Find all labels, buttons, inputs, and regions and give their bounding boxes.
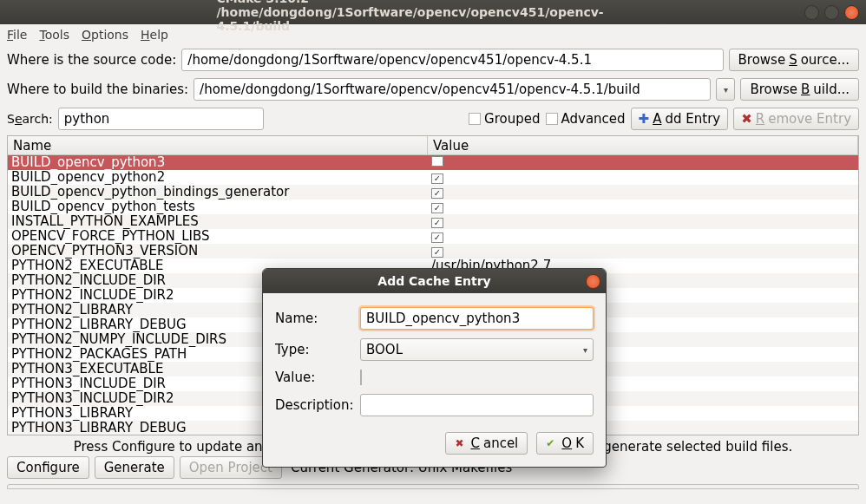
table-row[interactable]: BUILD_opencv_python_tests bbox=[8, 200, 858, 214]
dialog-name-input[interactable] bbox=[360, 307, 594, 330]
maximize-icon[interactable] bbox=[824, 5, 839, 20]
source-row: Where is the source code: Browse Source.… bbox=[0, 45, 866, 75]
cell-checkbox[interactable] bbox=[431, 156, 443, 167]
cell-value[interactable] bbox=[428, 155, 858, 170]
dialog-ok-button[interactable]: OK bbox=[536, 432, 594, 455]
cell-value[interactable] bbox=[428, 200, 858, 214]
search-input[interactable] bbox=[58, 108, 265, 130]
window-titlebar: CMake 3.10.2 - /home/dongdong/1Sorftware… bbox=[0, 0, 866, 24]
minimize-icon[interactable] bbox=[804, 5, 819, 20]
cell-value[interactable] bbox=[428, 229, 858, 244]
table-row[interactable]: BUILD_opencv_python_bindings_generator bbox=[8, 185, 858, 200]
dialog-description-input[interactable] bbox=[360, 394, 594, 416]
build-label: Where to build the binaries: bbox=[7, 82, 188, 97]
table-row[interactable]: BUILD_opencv_python3 bbox=[8, 155, 858, 170]
cell-checkbox[interactable] bbox=[431, 232, 443, 243]
menu-help[interactable]: Help bbox=[141, 28, 168, 42]
dialog-value-checkbox[interactable] bbox=[360, 370, 362, 385]
cell-value[interactable] bbox=[428, 170, 858, 185]
build-history-dropdown[interactable]: ▾ bbox=[716, 78, 735, 101]
dialog-cancel-button[interactable]: Cancel bbox=[445, 432, 528, 455]
source-input[interactable] bbox=[181, 49, 723, 71]
dialog-close-icon[interactable] bbox=[586, 274, 600, 289]
menu-tools[interactable]: Tools bbox=[39, 28, 69, 42]
search-label: Search: bbox=[7, 112, 53, 126]
search-row: Search: Grouped Advanced ✚ Add Entry ✖ R… bbox=[0, 104, 866, 134]
advanced-checkbox[interactable]: Advanced bbox=[546, 111, 626, 127]
generate-button[interactable]: Generate bbox=[95, 456, 174, 479]
dialog-value-label: Value: bbox=[275, 370, 355, 385]
cell-value[interactable] bbox=[428, 244, 858, 259]
browse-source-button[interactable]: Browse Source... bbox=[729, 49, 859, 71]
column-header-name[interactable]: Name bbox=[8, 136, 428, 154]
build-row: Where to build the binaries: ▾ Browse Bu… bbox=[0, 75, 866, 104]
dialog-type-label: Type: bbox=[275, 342, 355, 357]
configure-button[interactable]: Configure bbox=[7, 456, 89, 479]
cell-value[interactable] bbox=[428, 185, 858, 200]
dialog-description-label: Description: bbox=[275, 397, 355, 413]
table-row[interactable]: INSTALL_PYTHON_EXAMPLES bbox=[8, 214, 858, 229]
browse-build-button[interactable]: Browse Build... bbox=[740, 78, 859, 101]
add-entry-button[interactable]: ✚ Add Entry bbox=[631, 108, 729, 130]
build-input[interactable] bbox=[194, 78, 711, 101]
dialog-type-select[interactable]: BOOL▾ bbox=[360, 338, 594, 361]
cell-checkbox[interactable] bbox=[431, 203, 443, 213]
cell-checkbox[interactable] bbox=[431, 188, 443, 199]
close-icon[interactable] bbox=[844, 5, 859, 20]
grouped-checkbox[interactable]: Grouped bbox=[469, 111, 540, 127]
add-cache-entry-dialog: Add Cache Entry Name: Type: BOOL▾ Value:… bbox=[262, 268, 607, 468]
menu-options[interactable]: Options bbox=[82, 28, 128, 42]
output-panel bbox=[7, 484, 859, 489]
cell-name: BUILD_opencv_python3 bbox=[8, 155, 428, 170]
cell-checkbox[interactable] bbox=[431, 218, 443, 228]
cell-checkbox[interactable] bbox=[431, 247, 443, 258]
cell-name: BUILD_opencv_python_tests bbox=[8, 200, 428, 214]
cell-name: INSTALL_PYTHON_EXAMPLES bbox=[8, 214, 428, 229]
cell-name: BUILD_opencv_python2 bbox=[8, 170, 428, 185]
remove-entry-button: ✖ Remove Entry bbox=[733, 108, 859, 130]
column-header-value[interactable]: Value bbox=[428, 136, 858, 154]
dialog-name-label: Name: bbox=[275, 311, 355, 326]
cell-name: OPENCV_PYTHON3_VERSION bbox=[8, 244, 428, 259]
dialog-title: Add Cache Entry bbox=[377, 274, 490, 288]
source-label: Where is the source code: bbox=[7, 52, 176, 68]
cell-name: BUILD_opencv_python_bindings_generator bbox=[8, 185, 428, 200]
window-title: CMake 3.10.2 - /home/dongdong/1Sorftware… bbox=[217, 0, 650, 33]
table-row[interactable]: BUILD_opencv_python2 bbox=[8, 170, 858, 185]
chevron-down-icon: ▾ bbox=[583, 345, 587, 355]
table-row[interactable]: OPENCV_PYTHON3_VERSION bbox=[8, 244, 858, 259]
menu-file[interactable]: File bbox=[7, 28, 27, 42]
cell-checkbox[interactable] bbox=[431, 173, 443, 184]
cell-value[interactable] bbox=[428, 214, 858, 229]
table-row[interactable]: OPENCV_FORCE_PYTHON_LIBS bbox=[8, 229, 858, 244]
cell-name: OPENCV_FORCE_PYTHON_LIBS bbox=[8, 229, 428, 244]
